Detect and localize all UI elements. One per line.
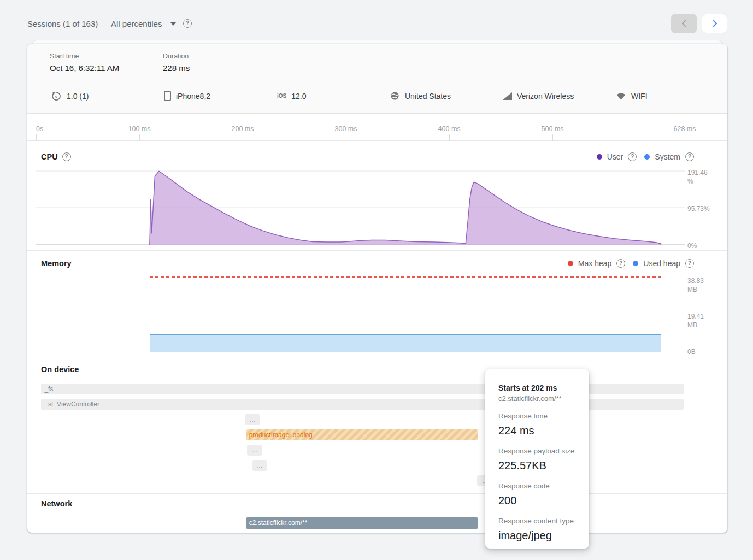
cpu-axis-mid-label: 95.73% xyxy=(687,204,710,213)
tooltip-title: Starts at 202 ms xyxy=(498,384,578,392)
response-code-label: Response code xyxy=(498,481,578,491)
user-help-icon[interactable]: ? xyxy=(628,152,637,161)
app-version-label: 1.0 (1) xyxy=(67,92,89,101)
country-item: United States xyxy=(390,78,451,114)
trace-lane-row: ... xyxy=(27,414,727,425)
svg-text:v: v xyxy=(55,93,58,99)
legend-used-heap: Used heap ? xyxy=(633,259,694,268)
device-model-label: iPhone8,2 xyxy=(176,92,210,101)
app-version-item: v 1.0 (1) xyxy=(51,78,89,114)
duration-value: 228 ms xyxy=(163,63,190,73)
memory-gridline-mid xyxy=(36,315,685,315)
device-model-item: iPhone8,2 xyxy=(164,78,210,114)
memory-section: Memory Max heap ? Used heap ? 38.83 MB 1… xyxy=(27,250,727,357)
timeline-tick-mark xyxy=(139,134,140,141)
legend-system: System ? xyxy=(644,152,694,161)
timeline-tick-label: 400 ms xyxy=(438,125,461,133)
used-heap-help-icon[interactable]: ? xyxy=(685,259,694,268)
trace-lane-row: ... xyxy=(27,445,727,456)
carrier-label: Verizon Wireless xyxy=(517,92,574,101)
os-version-label: 12.0 xyxy=(291,92,306,101)
on-device-lanes: _fs_st_ViewController...productImageLoad… xyxy=(27,384,727,491)
request-tooltip: Starts at 202 ms c2.staticflickr.com/** … xyxy=(485,369,589,549)
network-request-bar[interactable]: c2.staticflickr.com/** xyxy=(246,517,478,529)
response-payload-value: 225.57KB xyxy=(498,458,578,473)
radio-item: WIFI xyxy=(616,78,648,114)
memory-axis-mid-label: 19.41 MB xyxy=(687,312,704,329)
collapsed-trace-chip[interactable]: ... xyxy=(245,414,260,425)
used-heap-legend-dot xyxy=(633,261,638,266)
on-device-section: On device _fs_st_ViewController...produc… xyxy=(27,357,727,493)
radio-icon xyxy=(616,91,626,101)
response-payload-label: Response payload size xyxy=(498,446,578,456)
trace-lane-row: ... xyxy=(27,475,727,486)
memory-legend: Max heap ? Used heap ? xyxy=(568,259,694,268)
system-legend-dot xyxy=(644,154,650,160)
start-time-label: Start time xyxy=(50,52,119,60)
max-heap-legend-label: Max heap xyxy=(578,259,611,268)
carrier-icon xyxy=(503,92,512,100)
memory-gridline-zero xyxy=(36,352,685,352)
radio-label: WIFI xyxy=(631,92,648,101)
chevron-down-icon xyxy=(170,22,176,26)
response-time-label: Response time xyxy=(498,411,578,421)
timeline-tick-label: 500 ms xyxy=(542,125,564,133)
trace-bar[interactable]: productImageLoading xyxy=(246,429,478,440)
country-label: United States xyxy=(405,92,451,101)
trace-lane-row: ... xyxy=(27,460,727,471)
duration-label: Duration xyxy=(163,52,190,60)
trace-lane-row: _st_ViewController xyxy=(27,399,727,410)
user-legend-dot xyxy=(597,154,602,160)
previous-session-button[interactable] xyxy=(671,14,697,33)
help-icon[interactable]: ? xyxy=(183,19,192,28)
legend-user: User ? xyxy=(597,152,637,161)
cpu-section-title: CPU ? xyxy=(41,152,71,161)
percentiles-dropdown[interactable]: All percentiles xyxy=(111,19,176,28)
legend-max-heap: Max heap ? xyxy=(568,259,625,268)
timeline-tick-mark xyxy=(243,134,243,141)
timeline-tick-label: 300 ms xyxy=(335,125,357,133)
system-help-icon[interactable]: ? xyxy=(685,152,694,161)
chevron-left-icon xyxy=(680,20,688,27)
response-time-value: 224 ms xyxy=(498,423,578,438)
cpu-legend: User ? System ? xyxy=(597,152,694,161)
tooltip-url: c2.staticflickr.com/** xyxy=(498,394,578,403)
cpu-axis-zero-label: 0% xyxy=(687,241,697,250)
response-content-type-label: Response content type xyxy=(498,516,578,526)
timeline-ruler: 0s100 ms200 ms300 ms400 ms500 ms628 ms xyxy=(27,114,727,141)
cpu-section: CPU ? User ? System ? 191.46 % 95.73% 0% xyxy=(27,141,727,250)
network-lane: c2.staticflickr.com/** xyxy=(27,517,727,529)
timeline-tick-label: 0s xyxy=(36,125,43,133)
toolbar: Sessions (1 of 163) All percentiles ? xyxy=(0,0,753,38)
max-heap-help-icon[interactable]: ? xyxy=(616,259,625,268)
device-attributes-row: v 1.0 (1) iPhone8,2 iOS 12.0 United Stat… xyxy=(27,78,727,114)
timeline-tick-label: 628 ms xyxy=(674,125,696,133)
device-model-icon xyxy=(164,91,171,101)
cpu-chart[interactable] xyxy=(36,167,685,245)
country-icon xyxy=(390,91,400,101)
timeline-tick-label: 100 ms xyxy=(128,125,151,133)
trace-lane-row: productImageLoading xyxy=(27,429,727,440)
response-content-type-value: image/jpeg xyxy=(498,528,578,543)
memory-axis-max-label: 38.83 MB xyxy=(687,276,704,294)
os-version-item: iOS 12.0 xyxy=(277,78,306,114)
network-section: Network c2.staticflickr.com/** xyxy=(27,493,727,533)
session-header: Start time Oct 16, 6:32:11 AM Duration 2… xyxy=(27,44,727,78)
memory-gridline-max xyxy=(36,278,685,278)
user-legend-label: User xyxy=(607,152,623,161)
session-card: Start time Oct 16, 6:32:11 AM Duration 2… xyxy=(27,44,727,533)
os-version-icon: iOS xyxy=(277,93,286,99)
cpu-title-text: CPU xyxy=(41,152,58,161)
timeline-tick-mark xyxy=(552,134,553,141)
used-heap-area[interactable] xyxy=(150,334,661,352)
chevron-right-icon xyxy=(711,20,719,27)
collapsed-trace-chip[interactable]: ... xyxy=(247,445,262,456)
collapsed-trace-chip[interactable]: ... xyxy=(252,460,267,471)
timeline-tick-mark xyxy=(685,134,685,141)
next-session-button[interactable] xyxy=(702,14,727,33)
max-heap-line[interactable] xyxy=(150,276,661,278)
sessions-count-label: Sessions (1 of 163) xyxy=(27,19,98,28)
app-version-icon: v xyxy=(51,91,62,102)
cpu-help-icon[interactable]: ? xyxy=(62,152,71,161)
percentiles-label: All percentiles xyxy=(111,19,162,28)
